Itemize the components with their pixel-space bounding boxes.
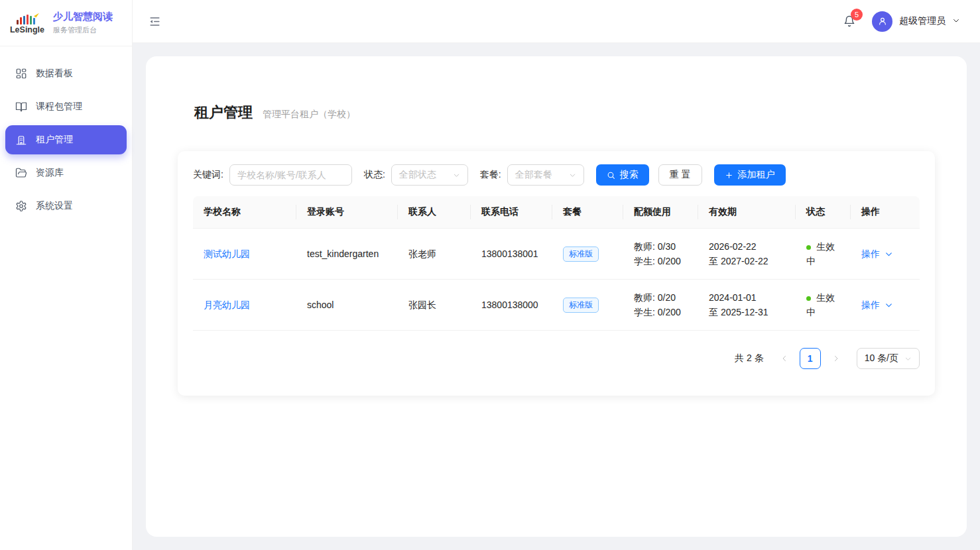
col-school-name: 学校名称 <box>193 196 296 228</box>
status-dot-icon <box>806 245 811 250</box>
tenant-panel: 关键词: 状态: 全部状态 套餐: <box>178 151 935 396</box>
sidebar-item-label: 资源库 <box>36 167 64 179</box>
plan-select[interactable]: 全部套餐 <box>507 164 584 186</box>
dashboard-icon <box>15 68 27 80</box>
quota-cell: 教师: 0/20 学生: 0/200 <box>623 281 698 329</box>
chevron-left-icon <box>780 355 788 362</box>
pagination: 共 2 条 1 10 条/页 <box>193 348 920 369</box>
pagination-total: 共 2 条 <box>735 353 764 364</box>
account-cell: school <box>296 288 398 321</box>
user-menu[interactable]: 超级管理员 <box>872 11 960 32</box>
status-select[interactable]: 全部状态 <box>391 164 468 186</box>
quota-cell: 教师: 0/30 学生: 0/200 <box>623 230 698 278</box>
chevron-right-icon <box>832 355 840 362</box>
col-actions: 操作 <box>851 196 920 228</box>
sidebar-item-label: 租户管理 <box>36 134 73 146</box>
col-contact: 联系人 <box>398 196 471 228</box>
pagination-prev-button[interactable] <box>775 348 794 369</box>
status-cell: 生效中 <box>796 230 851 278</box>
sidebar-item-label: 系统设置 <box>36 200 73 212</box>
chevron-down-icon <box>952 15 960 27</box>
notification-button[interactable]: 5 <box>843 15 856 28</box>
tenant-building-icon <box>15 134 27 146</box>
pagination-next-button[interactable] <box>827 348 845 369</box>
phone-cell: 13800138001 <box>471 237 552 270</box>
search-icon <box>607 171 615 180</box>
sidebar: LeSingle 少儿智慧阅读 服务管理后台 数据看板 课程包管理 <box>0 0 133 550</box>
header-right: 5 超级管理员 <box>843 11 960 32</box>
page-header: 租户管理 管理平台租户（学校） <box>194 103 935 123</box>
phone-cell: 13800138000 <box>471 288 552 321</box>
chevron-down-icon <box>885 250 893 258</box>
main-area: 5 超级管理员 租户管理 管理平台租户（学校） <box>133 0 980 550</box>
col-phone: 联系电话 <box>471 196 552 228</box>
keyword-input[interactable] <box>229 164 352 186</box>
page-subtitle: 管理平台租户（学校） <box>263 109 355 121</box>
table-header-row: 学校名称 登录账号 联系人 联系电话 套餐 配额使用 有效期 状态 操作 <box>193 196 920 229</box>
chevron-down-icon <box>904 355 912 362</box>
resource-folder-icon <box>15 167 27 179</box>
avatar <box>872 11 892 32</box>
contact-cell: 张园长 <box>398 288 471 321</box>
app-root: LeSingle 少儿智慧阅读 服务管理后台 数据看板 课程包管理 <box>0 0 980 550</box>
plan-tag: 标准版 <box>563 298 599 313</box>
course-package-icon <box>15 101 27 113</box>
status-label: 状态: <box>364 169 385 181</box>
logo-wordmark: LeSingle <box>10 25 44 34</box>
account-cell: test_kindergarten <box>296 237 398 270</box>
validity-cell: 2026-02-22 至 2027-02-22 <box>698 230 796 278</box>
page-size-value: 10 条/页 <box>865 353 898 364</box>
status-badge: 生效中 <box>806 292 835 317</box>
sidebar-menu: 数据看板 课程包管理 租户管理 资源库 <box>0 46 132 233</box>
settings-gear-icon <box>15 200 27 212</box>
sidebar-item-label: 课程包管理 <box>36 101 82 113</box>
contact-cell: 张老师 <box>398 237 471 270</box>
add-tenant-button[interactable]: 添加租户 <box>714 164 786 186</box>
chevron-down-icon <box>453 172 460 179</box>
search-button[interactable]: 搜索 <box>596 164 649 186</box>
tenant-table: 学校名称 登录账号 联系人 联系电话 套餐 配额使用 有效期 状态 操作 <box>193 196 920 331</box>
sidebar-item-resource-library[interactable]: 资源库 <box>5 158 127 188</box>
table-row: 测试幼儿园 test_kindergarten 张老师 13800138001 … <box>193 229 920 280</box>
sidebar-item-dashboard[interactable]: 数据看板 <box>5 59 127 88</box>
plus-icon <box>725 171 733 180</box>
sidebar-item-course-packages[interactable]: 课程包管理 <box>5 92 127 121</box>
brand-title: 少儿智慧阅读 <box>53 11 113 23</box>
keyword-label: 关键词: <box>193 169 223 181</box>
pagination-page-1[interactable]: 1 <box>800 348 821 369</box>
col-plan: 套餐 <box>552 196 623 228</box>
logo-leaf-icon <box>34 11 39 17</box>
page-title: 租户管理 <box>194 103 253 123</box>
person-icon <box>877 16 888 27</box>
plan-tag: 标准版 <box>563 247 599 262</box>
row-actions-dropdown[interactable]: 操作 <box>861 298 909 312</box>
chevron-down-icon <box>569 172 576 179</box>
sidebar-item-system-settings[interactable]: 系统设置 <box>5 192 127 221</box>
validity-cell: 2024-01-01 至 2025-12-31 <box>698 281 796 329</box>
col-status: 状态 <box>796 196 851 228</box>
status-badge: 生效中 <box>806 241 835 266</box>
status-select-value: 全部状态 <box>399 169 436 181</box>
school-name-link[interactable]: 测试幼儿园 <box>204 248 250 259</box>
col-validity: 有效期 <box>698 196 796 228</box>
sidebar-item-tenant-management[interactable]: 租户管理 <box>5 125 127 154</box>
table-row: 月亮幼儿园 school 张园长 13800138000 标准版 教师: 0/2… <box>193 280 920 331</box>
menu-fold-icon[interactable] <box>149 15 161 28</box>
status-dot-icon <box>806 296 811 301</box>
content-area: 租户管理 管理平台租户（学校） 关键词: 状态: 全部状态 <box>133 43 980 550</box>
lesingle-logo-icon: LeSingle <box>8 12 46 34</box>
col-quota: 配额使用 <box>623 196 698 228</box>
status-cell: 生效中 <box>796 281 851 329</box>
logo-bars-icon <box>17 13 35 25</box>
row-actions-dropdown[interactable]: 操作 <box>861 247 909 261</box>
notification-badge: 5 <box>851 9 863 21</box>
page-size-select[interactable]: 10 条/页 <box>857 348 920 369</box>
chevron-down-icon <box>885 301 893 309</box>
school-name-link[interactable]: 月亮幼儿园 <box>204 300 250 310</box>
brand-subtitle: 服务管理后台 <box>53 25 113 35</box>
reset-button[interactable]: 重 置 <box>658 164 702 186</box>
plan-select-value: 全部套餐 <box>515 169 552 181</box>
plan-label: 套餐: <box>480 169 501 181</box>
filter-bar: 关键词: 状态: 全部状态 套餐: <box>193 164 920 186</box>
sidebar-item-label: 数据看板 <box>36 68 73 80</box>
